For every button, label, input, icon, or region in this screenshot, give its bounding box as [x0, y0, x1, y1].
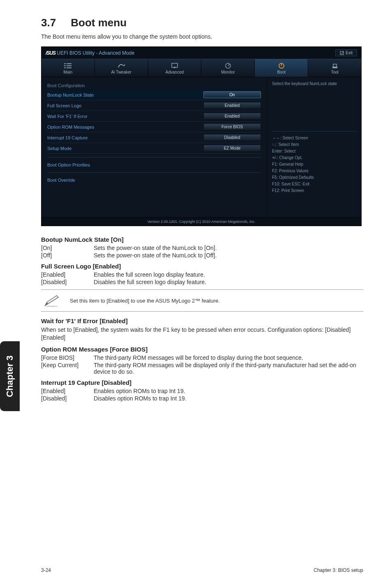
nav-line: Enter: Select	[272, 148, 356, 155]
tab-tool[interactable]: Tool	[308, 59, 361, 77]
option-row: [Off] Sets the power-on state of the Num…	[41, 252, 363, 259]
numlock-head: Bootup NumLock State [On]	[41, 236, 363, 243]
option-row: [Force BIOS] The third-party ROM message…	[41, 354, 363, 361]
chapter-tab: Chapter 3	[0, 341, 20, 411]
svg-point-14	[45, 306, 58, 307]
option-desc: Disables the full screen logo display fe…	[94, 279, 206, 285]
svg-rect-5	[67, 65, 71, 66]
svg-point-8	[174, 67, 175, 68]
tab-monitor[interactable]: Monitor	[201, 59, 255, 77]
svg-line-10	[228, 64, 230, 66]
option-row: [On] Sets the power-on state of the NumL…	[41, 245, 363, 251]
advanced-icon	[171, 62, 178, 69]
setting-row[interactable]: Full Screen Logo Enabled	[47, 100, 261, 111]
tab-label: Boot	[277, 70, 286, 74]
nav-help: →←: Select Screen ↑↓: Select Item Enter:…	[272, 131, 356, 194]
divider	[47, 172, 261, 173]
option-row: [Keep Current] The third-party ROM messa…	[41, 362, 363, 375]
setting-label: Setup Mode	[47, 146, 203, 151]
setting-label: Interrupt 19 Capture	[47, 135, 203, 140]
svg-rect-13	[332, 67, 337, 68]
option-key: [Force BIOS]	[41, 354, 94, 361]
section-title: Boot menu	[71, 16, 127, 29]
bios-body: Boot Configuration Bootup NumLock State …	[42, 77, 361, 217]
setting-value[interactable]: Enabled	[203, 113, 261, 120]
setting-label: Option ROM Messages	[47, 125, 203, 130]
bios-header: /SUS UEFI BIOS Utility - Advanced Mode E…	[42, 47, 361, 59]
tab-label: Ai Tweaker	[111, 70, 131, 74]
exit-button[interactable]: Exit	[335, 49, 357, 56]
bios-title: /SUS UEFI BIOS Utility - Advanced Mode	[46, 50, 134, 56]
brand-logo: /SUS	[46, 50, 55, 56]
tab-ai-tweaker[interactable]: Ai Tweaker	[95, 59, 148, 77]
setting-value[interactable]: EZ Mode	[203, 145, 261, 152]
setting-row[interactable]: Option ROM Messages Force BIOS	[47, 122, 261, 132]
svg-rect-1	[64, 63, 66, 64]
nav-line: +/-: Change Opt.	[272, 155, 356, 161]
main-icon	[64, 62, 71, 69]
setting-value[interactable]: Enabled	[203, 102, 261, 109]
tab-label: Advanced	[166, 70, 184, 74]
monitor-icon	[224, 62, 232, 69]
option-key: [Off]	[41, 252, 94, 259]
page-chapter: Chapter 3: BIOS setup	[314, 567, 363, 573]
tab-advanced[interactable]: Advanced	[148, 59, 202, 77]
optrom-head: Option ROM Messages [Force BIOS]	[41, 346, 363, 353]
int19-head: Interrupt 19 Capture [Disabled]	[41, 379, 363, 386]
setting-row[interactable]: Wait For 'F1' If Error Enabled	[47, 111, 261, 122]
boot-icon	[278, 62, 285, 69]
bios-left-pane: Boot Configuration Bootup NumLock State …	[42, 77, 267, 217]
option-desc: Disables option ROMs to trap Int 19.	[94, 395, 187, 402]
help-text: Select the keyboard NumLock state	[272, 81, 356, 86]
nav-line: ↑↓: Select Item	[272, 141, 356, 148]
setting-value[interactable]: Force BIOS	[203, 123, 261, 130]
option-key: [Enabled]	[41, 388, 94, 394]
option-key: [Disabled]	[41, 279, 94, 285]
bios-screenshot: /SUS UEFI BIOS Utility - Advanced Mode E…	[41, 46, 362, 226]
option-desc: Enables the full screen logo display fea…	[94, 271, 205, 278]
utility-title: UEFI BIOS Utility - Advanced Mode	[57, 50, 134, 56]
setting-value[interactable]: Disabled	[203, 134, 261, 141]
exit-label: Exit	[346, 51, 353, 55]
svg-rect-6	[67, 67, 71, 68]
nav-line: F5: Optimized Defaults	[272, 174, 356, 181]
page-number: 3-24	[41, 567, 51, 573]
setting-label: Full Screen Logo	[47, 103, 203, 108]
setting-row[interactable]: Bootup NumLock State On	[47, 90, 261, 100]
setting-label: Wait For 'F1' If Error	[47, 114, 203, 119]
boot-priorities-head: Boot Option Priorities	[47, 161, 261, 169]
section-number: 3.7	[41, 16, 56, 29]
option-row: [Disabled] Disables the full screen logo…	[41, 279, 363, 285]
option-key: [Enabled]	[41, 271, 94, 278]
option-desc: Enables option ROMs to trap Int 19.	[94, 388, 185, 394]
tab-boot[interactable]: Boot	[255, 59, 308, 77]
option-row: [Disabled] Disables option ROMs to trap …	[41, 395, 363, 402]
tab-label: Monitor	[221, 70, 235, 74]
tool-icon	[331, 62, 339, 69]
tab-label: Main	[64, 70, 73, 74]
boot-config-head: Boot Configuration	[47, 81, 261, 90]
bios-footer: Version 2.00.1201. Copyright (C) 2010 Am…	[42, 217, 361, 226]
page-footer: 3-24 Chapter 3: BIOS setup	[41, 567, 363, 573]
setting-label: Bootup NumLock State	[47, 93, 203, 97]
svg-rect-4	[67, 63, 71, 64]
nav-line: →←: Select Screen	[272, 135, 356, 141]
svg-rect-3	[64, 67, 66, 68]
option-row: [Enabled] Enables the full screen logo d…	[41, 271, 363, 278]
intro-text: The Boot menu items allow you to change …	[41, 33, 363, 40]
bios-right-pane: Select the keyboard NumLock state →←: Se…	[267, 77, 361, 217]
svg-rect-2	[64, 65, 66, 66]
note-box: Set this item to [Enabled] to use the AS…	[41, 289, 363, 312]
option-key: [On]	[41, 245, 94, 251]
setting-value[interactable]: On	[203, 91, 261, 98]
exit-icon	[340, 51, 344, 55]
bios-tabs: Main Ai Tweaker Advanced Monitor Boot To…	[42, 59, 361, 77]
setting-row[interactable]: Setup Mode EZ Mode	[47, 143, 261, 154]
setting-row[interactable]: Interrupt 19 Capture Disabled	[47, 132, 261, 143]
waitf1-head: Wait for 'F1' If Error [Enabled]	[41, 317, 363, 324]
note-text: Set this item to [Enabled] to use the AS…	[70, 298, 220, 304]
tab-main[interactable]: Main	[42, 59, 95, 77]
option-desc: Sets the power-on state of the NumLock t…	[94, 245, 217, 251]
nav-line: F1: General Help	[272, 161, 356, 168]
option-key: [Disabled]	[41, 395, 94, 402]
